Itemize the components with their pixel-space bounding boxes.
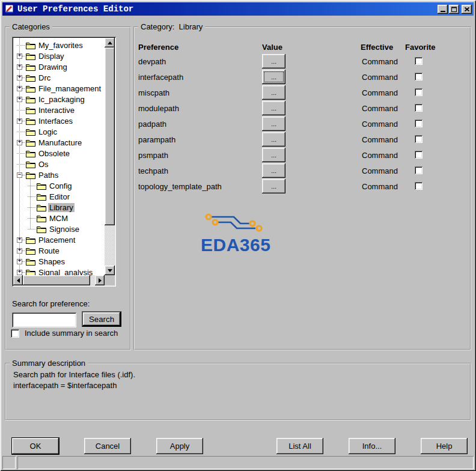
tree-expander-icon[interactable]: + <box>17 270 22 275</box>
search-label: Search for preference: <box>12 299 90 308</box>
preference-effective: Command <box>362 88 398 97</box>
tree-expander-icon[interactable]: + <box>17 140 22 145</box>
tree-item-signal_analysis[interactable]: + Signal_analysis <box>13 267 105 275</box>
scroll-right-button[interactable] <box>95 275 105 285</box>
tree-item-label: MCM <box>48 214 69 223</box>
vertical-scroll-thumb[interactable] <box>105 47 115 225</box>
horizontal-scroll-thumb[interactable] <box>23 275 90 285</box>
preference-row-psmpath: psmpath ... Command <box>135 148 469 163</box>
tree-item-drc[interactable]: + Drc <box>13 72 105 83</box>
tree-expander-icon[interactable]: − <box>17 172 22 178</box>
preference-value-button[interactable]: ... <box>262 132 285 147</box>
tree-item-os[interactable]: Os <box>13 159 105 169</box>
search-button[interactable]: Search <box>82 311 121 327</box>
preference-value-button[interactable]: ... <box>262 117 285 131</box>
tree-item-logic[interactable]: Logic <box>13 126 105 137</box>
preference-value-button[interactable]: ... <box>262 85 285 100</box>
preference-value-button[interactable]: ... <box>262 70 285 84</box>
tree-item-shapes[interactable]: + Shapes <box>13 256 105 267</box>
titlebar[interactable]: User Preferences Editor <box>2 2 474 16</box>
status-bar-message <box>17 456 474 469</box>
tree-item-route[interactable]: + Route <box>13 245 105 256</box>
tree-item-display[interactable]: + Display <box>13 50 105 61</box>
preference-value-button[interactable]: ... <box>262 148 285 162</box>
tree-horizontal-scrollbar[interactable] <box>13 275 105 285</box>
preference-value-button[interactable]: ... <box>262 101 285 115</box>
tree-item-ic_packaging[interactable]: + Ic_packaging <box>13 94 105 105</box>
arrow-left-icon <box>17 278 20 283</box>
tree-expander-icon[interactable]: + <box>17 75 22 81</box>
maximize-button[interactable] <box>449 5 459 14</box>
tree-item-paths[interactable]: − Paths <box>13 169 105 180</box>
favorite-checkbox[interactable] <box>415 57 423 65</box>
tree-item-label: Signal_analysis <box>37 268 94 276</box>
preference-effective: Command <box>362 120 398 129</box>
preference-name: parampath <box>138 135 175 144</box>
info-button[interactable]: Info... <box>349 438 395 454</box>
preference-effective: Command <box>362 151 398 160</box>
tree-expander-icon[interactable]: + <box>17 248 22 254</box>
favorite-checkbox[interactable] <box>415 104 423 112</box>
folder-icon <box>26 258 35 266</box>
tree-item-label: Os <box>37 160 50 169</box>
folder-icon <box>37 204 46 211</box>
minimize-button[interactable] <box>438 5 448 14</box>
tree-item-manufacture[interactable]: + Manufacture <box>13 137 105 148</box>
cancel-button[interactable]: Cancel <box>84 438 131 454</box>
tree-item-library[interactable]: Library <box>13 202 105 213</box>
tree-item-config[interactable]: Config <box>13 180 105 191</box>
preference-row-miscpath: miscpath ... Command <box>135 85 469 101</box>
folder-icon <box>26 96 35 103</box>
scroll-up-button[interactable] <box>105 38 115 47</box>
ok-button[interactable]: OK <box>12 438 59 454</box>
tree-expander-icon[interactable]: + <box>17 86 22 91</box>
favorite-checkbox[interactable] <box>415 73 423 81</box>
tree-item-label: Obsolete <box>37 149 71 158</box>
preference-value-button[interactable]: ... <box>262 163 285 178</box>
tree-expander-icon[interactable]: + <box>17 64 22 70</box>
tree-item-interactive[interactable]: Interactive <box>13 105 105 115</box>
favorite-checkbox[interactable] <box>415 120 423 127</box>
tree-item-editor[interactable]: Editor <box>13 191 105 202</box>
scroll-left-button[interactable] <box>13 275 23 285</box>
tree-item-drawing[interactable]: + Drawing <box>13 61 105 72</box>
folder-icon <box>26 128 35 136</box>
folder-icon <box>26 106 35 114</box>
tree-item-signoise[interactable]: Signoise <box>13 223 105 234</box>
favorite-checkbox[interactable] <box>415 166 423 174</box>
tree-expander-icon[interactable]: + <box>17 53 22 59</box>
tree-item-placement[interactable]: + Placement <box>13 234 105 245</box>
apply-button[interactable]: Apply <box>156 438 203 454</box>
tree-expander-icon[interactable]: + <box>17 259 22 264</box>
scroll-down-button[interactable] <box>105 266 115 275</box>
tree-vertical-scrollbar[interactable] <box>105 38 115 275</box>
preference-value-button[interactable]: ... <box>262 54 285 68</box>
tree-item-mcm[interactable]: MCM <box>13 213 105 223</box>
column-header-favorite: Favorite <box>405 43 436 52</box>
search-input[interactable] <box>12 312 76 327</box>
preference-row-topology_template_path: topology_template_path ... Command <box>135 179 469 195</box>
tree-item-label: Display <box>37 52 66 61</box>
preference-value-button[interactable]: ... <box>262 179 285 193</box>
include-summary-checkbox[interactable] <box>11 329 19 338</box>
tree-item-obsolete[interactable]: Obsolete <box>13 148 105 159</box>
help-button[interactable]: Help <box>421 438 468 454</box>
tree-expander-icon[interactable]: + <box>17 97 22 102</box>
tree-item-interfaces[interactable]: + Interfaces <box>13 115 105 126</box>
category-tree-viewport[interactable]: My_favorites + Display + Drawing + Drc + <box>13 38 105 275</box>
favorite-checkbox[interactable] <box>415 182 423 190</box>
tree-expander-icon[interactable]: + <box>17 237 22 243</box>
tree-item-label: Placement <box>37 235 76 245</box>
tree-item-file_management[interactable]: + File_management <box>13 83 105 94</box>
tree-expander-icon[interactable]: + <box>17 118 22 124</box>
close-button[interactable] <box>462 5 472 14</box>
listall-button[interactable]: List All <box>276 438 323 454</box>
summary-line: interfacepath = $interfacepath <box>13 380 465 391</box>
favorite-checkbox[interactable] <box>415 135 423 143</box>
tree-item-my_favorites[interactable]: My_favorites <box>13 40 105 50</box>
tree-item-label: File_management <box>37 84 102 93</box>
column-header-effective: Effective <box>361 43 393 52</box>
favorite-checkbox[interactable] <box>415 88 423 96</box>
tree-item-label: Logic <box>37 127 58 136</box>
favorite-checkbox[interactable] <box>415 151 423 159</box>
